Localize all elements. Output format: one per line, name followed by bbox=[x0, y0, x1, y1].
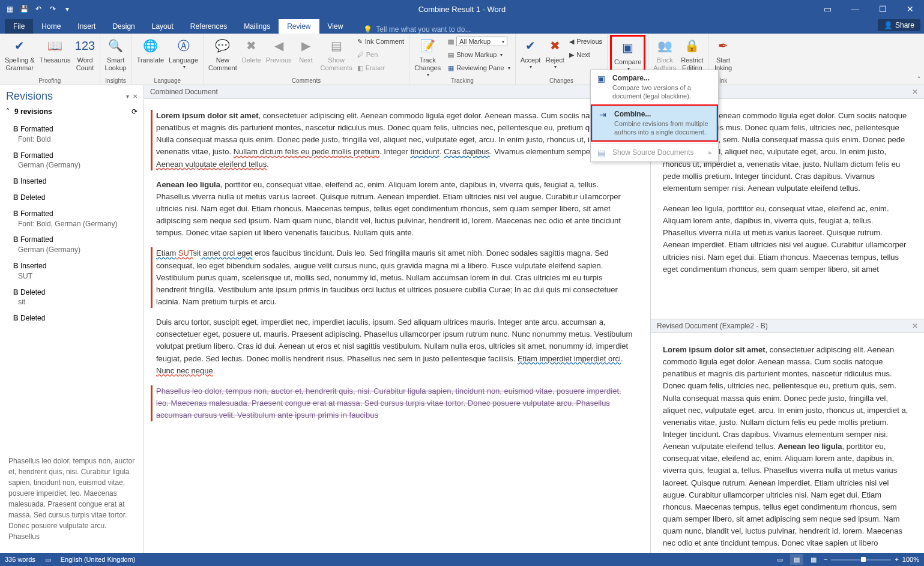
qat-customize-icon[interactable]: ▾ bbox=[62, 4, 72, 14]
revisions-pane: Revisions ▾ ✕ ˄ 9 revisions ⟳ B Formatte… bbox=[0, 85, 144, 553]
zoom-out-icon[interactable]: − bbox=[824, 556, 827, 563]
revision-item[interactable]: B FormattedFont: Bold, German (Germany) bbox=[0, 206, 143, 233]
language-status[interactable]: English (United Kingdom) bbox=[61, 556, 136, 563]
combined-doc-body[interactable]: Lorem ipsum dolor sit amet, consectetuer… bbox=[144, 99, 650, 553]
revision-item[interactable]: B FormattedGerman (Germany) bbox=[0, 148, 143, 175]
delete-comment-button[interactable]: ✖Delete bbox=[240, 35, 264, 65]
compare-menu-show-source[interactable]: ▤ Show Source Documents ▸ bbox=[591, 145, 718, 161]
maximize-button[interactable]: ☐ bbox=[869, 0, 896, 18]
pen-button[interactable]: 🖊Pen bbox=[355, 48, 406, 61]
quick-access-toolbar: ▦ 💾 ↶ ↷ ▾ bbox=[0, 4, 72, 14]
tab-home[interactable]: Home bbox=[33, 19, 69, 34]
tell-me-search[interactable]: 💡 Tell me what you want to do... bbox=[363, 25, 471, 34]
compare-dropdown-menu: ▣ Compare... Compare two versions of a d… bbox=[590, 70, 719, 162]
collapse-ribbon-icon[interactable]: ˄ bbox=[917, 76, 920, 82]
markup-icon: ▤ bbox=[448, 38, 454, 46]
revision-item[interactable]: B Inserted bbox=[0, 174, 143, 190]
revised-document-pane: Revised Document (Example2 - B) ✕ Lorem … bbox=[651, 319, 924, 553]
compare-menu-compare[interactable]: ▣ Compare... Compare two versions of a d… bbox=[591, 70, 718, 104]
tab-insert[interactable]: Insert bbox=[69, 19, 104, 34]
lightbulb-icon: 💡 bbox=[363, 25, 372, 34]
revisions-options-icon[interactable]: ▾ bbox=[126, 93, 129, 100]
tab-file[interactable]: File bbox=[5, 19, 33, 34]
redo-icon[interactable]: ↷ bbox=[48, 4, 58, 14]
revision-item[interactable]: B Deleted bbox=[0, 311, 143, 327]
revision-item[interactable]: B FormattedGerman (Germany) bbox=[0, 232, 143, 259]
tab-layout[interactable]: Layout bbox=[143, 19, 182, 34]
spelling-grammar-button[interactable]: ✔Spelling & Grammar bbox=[2, 35, 37, 73]
revision-item[interactable]: B Deleted bbox=[0, 190, 143, 206]
smart-lookup-button[interactable]: 🔍Smart Lookup bbox=[103, 35, 129, 73]
new-comment-button[interactable]: 💬New Comment bbox=[206, 35, 240, 73]
print-layout-icon[interactable]: ▤ bbox=[790, 554, 803, 565]
combine-docs-icon: ⇥ bbox=[596, 110, 609, 137]
show-comments-button[interactable]: ▤Show Comments bbox=[318, 35, 355, 73]
tab-review[interactable]: Review bbox=[279, 19, 319, 34]
restrict-editing-button[interactable]: 🔒Restrict Editing bbox=[678, 35, 705, 73]
revisions-close-icon[interactable]: ✕ bbox=[133, 93, 137, 100]
previous-comment-button[interactable]: ◀Previous bbox=[264, 35, 294, 65]
group-comments: 💬New Comment ✖Delete ◀Previous ▶Next ▤Sh… bbox=[204, 34, 409, 85]
chevron-up-icon[interactable]: ˄ bbox=[6, 107, 10, 116]
revised-doc-header: Revised Document (Example2 - B) bbox=[657, 322, 768, 330]
next-change-button[interactable]: ▶Next bbox=[567, 48, 605, 61]
previous-change-button[interactable]: ◀Previous bbox=[567, 35, 605, 48]
revision-item[interactable]: B FormattedFont: Bold bbox=[0, 122, 143, 148]
zoom-in-icon[interactable]: + bbox=[895, 556, 898, 563]
pen-icon: 🖊 bbox=[357, 51, 364, 58]
markup-display-select[interactable]: ▤All Markup▾ bbox=[445, 35, 513, 48]
combined-document-pane: Combined Document ✕ Lorem ipsum dolor si… bbox=[144, 85, 651, 553]
document-area: Combined Document ✕ Lorem ipsum dolor si… bbox=[144, 85, 924, 553]
close-button[interactable]: ✕ bbox=[896, 0, 924, 18]
word-count-button[interactable]: 123Word Count bbox=[73, 35, 97, 73]
undo-icon[interactable]: ↶ bbox=[34, 4, 43, 14]
prev-icon: ◀ bbox=[569, 38, 574, 46]
thesaurus-button[interactable]: 📖Thesaurus bbox=[37, 35, 73, 65]
refresh-icon[interactable]: ⟳ bbox=[131, 107, 137, 116]
group-tracking: 📝Track Changes▾ ▤All Markup▾ ▤Show Marku… bbox=[409, 34, 516, 85]
revisions-list[interactable]: B FormattedFont: BoldB FormattedGerman (… bbox=[0, 121, 143, 451]
tab-references[interactable]: References bbox=[182, 19, 235, 34]
compare-button[interactable]: ▣Compare▾ bbox=[610, 35, 645, 75]
minimize-button[interactable]: — bbox=[841, 0, 869, 18]
word-count-status[interactable]: 336 words bbox=[5, 556, 35, 563]
save-icon[interactable]: 💾 bbox=[19, 4, 29, 14]
zoom-level[interactable]: 100% bbox=[902, 556, 919, 563]
revised-close-icon[interactable]: ✕ bbox=[912, 322, 918, 330]
read-mode-icon[interactable]: ▭ bbox=[773, 554, 787, 565]
reject-button[interactable]: ✖Reject▾ bbox=[543, 35, 567, 71]
next-comment-button[interactable]: ▶Next bbox=[294, 35, 318, 65]
translate-button[interactable]: 🌐Translate bbox=[134, 35, 166, 65]
word-app-icon: ▦ bbox=[5, 4, 14, 14]
eraser-icon: ◧ bbox=[357, 64, 363, 72]
block-authors-button[interactable]: 👥Block Authors bbox=[651, 35, 678, 73]
web-layout-icon[interactable]: ▦ bbox=[807, 554, 820, 565]
compare-menu-combine[interactable]: ⇥ Combine... Combine revisions from mult… bbox=[592, 106, 717, 141]
track-changes-button[interactable]: 📝Track Changes▾ bbox=[412, 35, 443, 79]
eraser-button[interactable]: ◧Eraser bbox=[355, 61, 406, 74]
tab-view[interactable]: View bbox=[319, 19, 352, 34]
group-language: 🌐Translate ⒶLanguage▾ Language bbox=[132, 34, 204, 85]
zoom-slider[interactable] bbox=[831, 559, 891, 561]
revisions-count-row: ˄ 9 revisions ⟳ bbox=[0, 105, 143, 121]
ink-comment-button[interactable]: ✎Ink Comment bbox=[355, 35, 406, 48]
start-inking-button[interactable]: ✒Start Inking bbox=[711, 35, 735, 73]
revised-doc-body[interactable]: Lorem ipsum dolor sit amet, consectetuer… bbox=[651, 333, 924, 553]
language-button[interactable]: ⒶLanguage▾ bbox=[166, 35, 201, 71]
ribbon-tabs: File Home Insert Design Layout Reference… bbox=[0, 18, 924, 34]
share-button[interactable]: 👤 Share bbox=[878, 19, 920, 31]
original-close-icon[interactable]: ✕ bbox=[912, 88, 918, 96]
revision-preview: Phasellus leo dolor, tempus non, auctor … bbox=[0, 451, 143, 553]
revision-item[interactable]: B Deletedsit bbox=[0, 285, 143, 312]
proofing-status-icon[interactable]: ▭ bbox=[45, 556, 51, 564]
accept-button[interactable]: ✔Accept▾ bbox=[518, 35, 543, 71]
reviewing-icon: ▦ bbox=[448, 64, 454, 72]
ribbon-display-icon[interactable]: ▭ bbox=[814, 0, 841, 18]
show-markup-button[interactable]: ▤Show Markup▾ bbox=[445, 48, 513, 61]
revision-item[interactable]: B InsertedSUT bbox=[0, 259, 143, 285]
tab-design[interactable]: Design bbox=[104, 19, 143, 34]
main-content: Revisions ▾ ✕ ˄ 9 revisions ⟳ B Formatte… bbox=[0, 85, 924, 553]
reviewing-pane-button[interactable]: ▦Reviewing Pane▾ bbox=[445, 61, 513, 74]
statusbar: 336 words ▭ English (United Kingdom) ▭ ▤… bbox=[0, 553, 924, 566]
tab-mailings[interactable]: Mailings bbox=[235, 19, 279, 34]
